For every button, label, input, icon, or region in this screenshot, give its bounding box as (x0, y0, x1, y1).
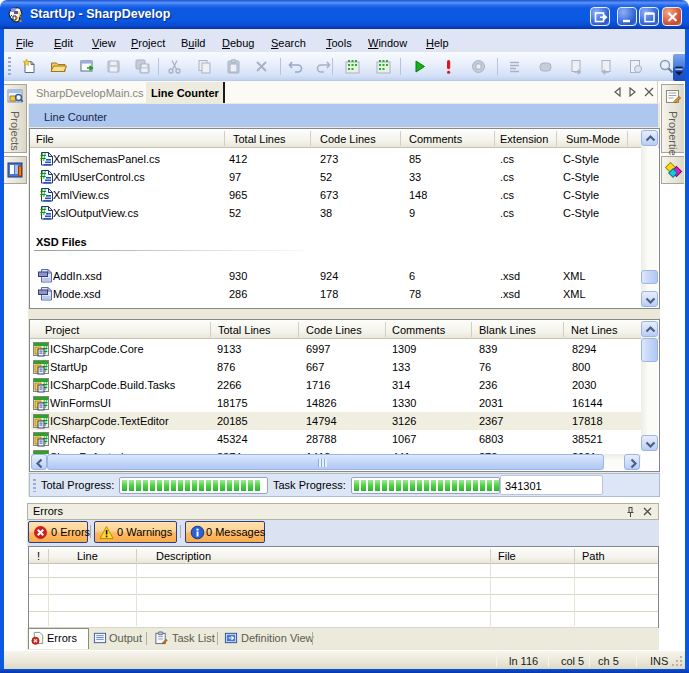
svg-text:#: # (40, 169, 46, 181)
svg-text:#: # (40, 187, 46, 199)
svg-text:#: # (40, 151, 46, 163)
svg-text:#: # (40, 205, 46, 217)
